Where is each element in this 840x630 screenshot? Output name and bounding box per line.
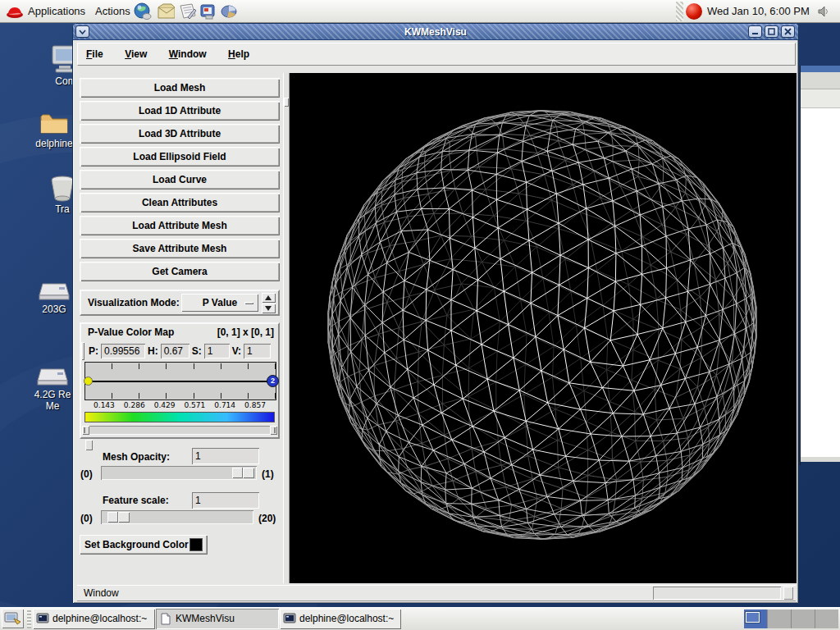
visualization-mode-value: P Value xyxy=(203,297,237,308)
menu-view[interactable]: View xyxy=(125,43,147,65)
opacity-min-label: (0) xyxy=(80,468,93,480)
workspace-4[interactable] xyxy=(815,609,838,628)
task-button-terminal-1[interactable]: delphine@localhost:~ xyxy=(33,609,155,629)
tick-label: 0.429 xyxy=(154,401,176,409)
task-button-terminal-2[interactable]: delphine@localhost:~ xyxy=(280,609,401,629)
mode-spinner-down[interactable] xyxy=(262,304,276,313)
maximize-icon xyxy=(766,27,777,36)
background-color-swatch xyxy=(189,538,203,551)
scrollbar-right-cap[interactable] xyxy=(270,426,277,435)
colormap-tick xyxy=(221,393,221,399)
colormap-tick xyxy=(166,363,167,369)
speaker-icon[interactable] xyxy=(818,6,830,17)
status-resize-grip[interactable] xyxy=(783,587,793,600)
clean-attributes-button[interactable]: Clean Attributes xyxy=(80,193,280,212)
feature-scale-thumb[interactable] xyxy=(107,512,130,523)
panel-clock[interactable]: Wed Jan 10, 6:00 PM xyxy=(707,0,810,22)
impress-launcher-icon[interactable] xyxy=(199,2,217,21)
colormap-tick xyxy=(166,393,167,399)
minimize-button[interactable] xyxy=(748,25,762,38)
feature-max-label: (20) xyxy=(258,513,276,524)
render-viewport[interactable] xyxy=(290,73,797,583)
background-window-content xyxy=(801,108,840,457)
save-attribute-mesh-button[interactable]: Save Attribute Mesh xyxy=(80,239,280,258)
alert-notification-icon[interactable] xyxy=(686,3,702,20)
tick-label: 0.714 xyxy=(214,401,235,409)
email-launcher-icon[interactable] xyxy=(157,2,175,21)
show-desktop-button[interactable] xyxy=(2,609,24,628)
colormap-node-start[interactable] xyxy=(84,377,93,386)
taskbar-grip[interactable] xyxy=(27,609,31,628)
applications-menu[interactable]: Applications xyxy=(28,0,85,22)
feature-scale-slider[interactable] xyxy=(101,510,253,524)
terminal-icon xyxy=(283,613,296,625)
set-background-color-button[interactable]: Set Background Color xyxy=(80,535,208,555)
p-value-field[interactable]: 0.99556 xyxy=(101,344,145,358)
menu-help[interactable]: Help xyxy=(228,43,249,65)
menu-window[interactable]: Window xyxy=(169,43,207,65)
mode-spinner-up[interactable] xyxy=(262,293,276,303)
redhat-menu-icon[interactable] xyxy=(6,4,24,22)
s-value-field[interactable]: 1 xyxy=(204,344,230,358)
workspace-3[interactable] xyxy=(792,609,815,628)
workspace-2[interactable] xyxy=(768,609,792,628)
status-text: Window xyxy=(84,585,119,601)
menu-file[interactable]: File xyxy=(86,43,103,65)
load-curve-button[interactable]: Load Curve xyxy=(80,170,280,189)
close-icon xyxy=(783,27,793,36)
colormap-node-end[interactable]: 2 xyxy=(267,375,279,387)
chart-launcher-icon[interactable] xyxy=(220,2,238,21)
task-label: KWMeshVisu xyxy=(176,613,235,624)
option-menu-indicator xyxy=(244,302,253,304)
load-attribute-mesh-button[interactable]: Load Attribute Mesh xyxy=(80,216,280,235)
mesh-opacity-entry[interactable]: 1 xyxy=(192,448,259,464)
panel-sash[interactable] xyxy=(283,73,290,583)
h-label: H: xyxy=(148,345,158,357)
colormap-title: P-Value Color Map xyxy=(88,326,174,338)
colormap-tick xyxy=(275,363,276,369)
terminal-icon xyxy=(36,613,49,625)
load-1d-attribute-button[interactable]: Load 1D Attribute xyxy=(80,101,280,121)
scrollbar-left-cap[interactable] xyxy=(82,426,89,435)
colormap-slider[interactable]: 2 xyxy=(84,362,276,400)
mesh-opacity-thumb[interactable] xyxy=(232,468,254,478)
tick-label: 0.857 xyxy=(244,401,266,409)
load-3d-attribute-button[interactable]: Load 3D Attribute xyxy=(80,124,280,144)
colormap-tick xyxy=(194,393,194,399)
status-progress-bar xyxy=(653,587,781,600)
task-button-kwmeshvisu[interactable]: KWMeshVisu xyxy=(156,609,279,629)
get-camera-button[interactable]: Get Camera xyxy=(80,262,280,281)
sash-handle[interactable] xyxy=(284,98,289,107)
panel-grip[interactable] xyxy=(676,2,683,21)
mesh-canvas[interactable] xyxy=(290,73,797,583)
visualization-mode-dropdown[interactable]: P Value xyxy=(181,294,258,312)
v-value-field[interactable]: 1 xyxy=(244,344,271,358)
colormap-tick xyxy=(112,393,112,399)
feature-scale-label: Feature scale: xyxy=(103,495,169,506)
p-label: P: xyxy=(89,345,98,357)
writer-launcher-icon[interactable] xyxy=(178,2,196,21)
arrow-down-icon xyxy=(265,306,272,311)
h-value-field[interactable]: 0.67 xyxy=(161,344,189,358)
top-panel: Applications Actions xyxy=(0,0,840,23)
actions-menu[interactable]: Actions xyxy=(95,0,130,22)
sash-grip[interactable] xyxy=(85,440,93,450)
colormap-fields: P: 0.99556 H: 0.67 S: 1 V: 1 xyxy=(83,342,276,360)
minimize-icon xyxy=(750,27,760,36)
colormap-tick xyxy=(139,393,139,399)
mesh-opacity-slider[interactable] xyxy=(101,466,257,480)
maximize-button[interactable] xyxy=(765,25,778,38)
kwmeshvisu-window: KWMeshVisu File View Window Help Load Me… xyxy=(72,23,799,604)
tick-label: 0.571 xyxy=(184,401,205,409)
feature-scale-entry[interactable]: 1 xyxy=(192,492,259,509)
show-desktop-icon xyxy=(2,610,23,628)
titlebar[interactable]: KWMeshVisu xyxy=(73,24,798,40)
load-mesh-button[interactable]: Load Mesh xyxy=(80,78,280,98)
load-ellipsoid-field-button[interactable]: Load Ellipsoid Field xyxy=(80,147,280,167)
colormap-scrollbar[interactable] xyxy=(82,426,277,435)
background-window[interactable] xyxy=(800,66,840,465)
web-browser-launcher-icon[interactable] xyxy=(134,2,152,21)
background-window-menubar xyxy=(801,72,840,89)
workspace-1[interactable] xyxy=(744,609,768,628)
close-button[interactable] xyxy=(781,25,795,38)
